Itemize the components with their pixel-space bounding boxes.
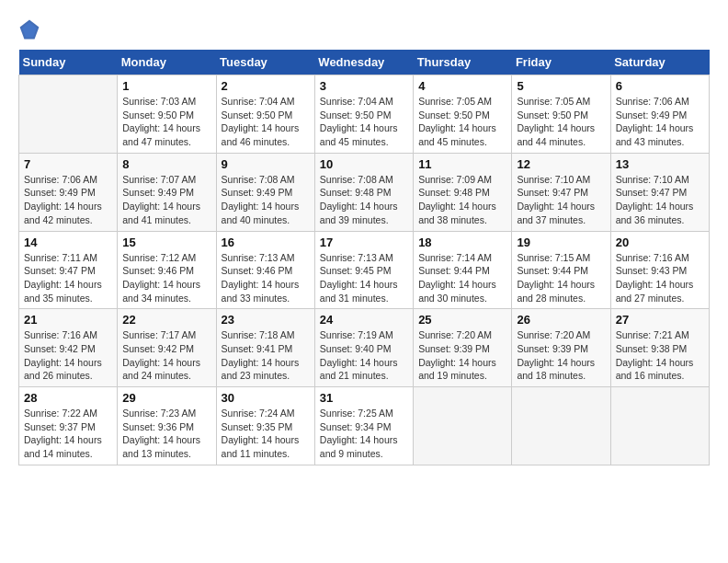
day-number: 13 [616,157,704,171]
calendar-cell: 23Sunrise: 7:18 AM Sunset: 9:41 PM Dayli… [216,309,314,387]
day-info: Sunrise: 7:19 AM Sunset: 9:40 PM Dayligh… [320,328,408,383]
calendar-cell: 19Sunrise: 7:15 AM Sunset: 9:44 PM Dayli… [512,231,610,309]
header-day-tuesday: Tuesday [216,50,314,75]
header-day-sunday: Sunday [19,50,118,75]
day-number: 12 [517,157,605,171]
calendar-cell: 13Sunrise: 7:10 AM Sunset: 9:47 PM Dayli… [610,153,709,231]
week-row-2: 7Sunrise: 7:06 AM Sunset: 9:49 PM Daylig… [19,153,710,231]
day-number: 9 [222,157,310,171]
calendar-cell: 22Sunrise: 7:17 AM Sunset: 9:42 PM Dayli… [118,309,216,387]
day-info: Sunrise: 7:09 AM Sunset: 9:48 PM Dayligh… [418,173,506,227]
day-number: 5 [517,79,605,93]
day-info: Sunrise: 7:14 AM Sunset: 9:44 PM Dayligh… [418,251,506,305]
day-info: Sunrise: 7:10 AM Sunset: 9:47 PM Dayligh… [616,173,704,227]
week-row-3: 14Sunrise: 7:11 AM Sunset: 9:47 PM Dayli… [19,231,710,309]
header-day-friday: Friday [512,50,610,75]
day-number: 16 [222,236,310,249]
header-day-monday: Monday [118,50,216,75]
calendar-body: 1Sunrise: 7:03 AM Sunset: 9:50 PM Daylig… [19,75,710,465]
day-number: 2 [222,79,310,93]
calendar-cell: 3Sunrise: 7:04 AM Sunset: 9:50 PM Daylig… [314,75,413,154]
day-info: Sunrise: 7:16 AM Sunset: 9:43 PM Dayligh… [616,251,704,305]
day-info: Sunrise: 7:20 AM Sunset: 9:39 PM Dayligh… [517,328,605,383]
day-info: Sunrise: 7:11 AM Sunset: 9:47 PM Dayligh… [24,251,112,305]
week-row-5: 28Sunrise: 7:22 AM Sunset: 9:37 PM Dayli… [19,387,710,465]
calendar-cell [610,387,709,465]
calendar-cell: 4Sunrise: 7:05 AM Sunset: 9:50 PM Daylig… [414,75,512,154]
day-number: 30 [222,391,310,405]
day-number: 4 [418,79,506,93]
calendar-cell: 11Sunrise: 7:09 AM Sunset: 9:48 PM Dayli… [414,153,512,231]
day-number: 15 [122,236,210,249]
calendar-cell: 2Sunrise: 7:04 AM Sunset: 9:50 PM Daylig… [216,75,314,154]
day-info: Sunrise: 7:06 AM Sunset: 9:49 PM Dayligh… [24,173,112,227]
logo [18,18,44,40]
calendar-cell: 29Sunrise: 7:23 AM Sunset: 9:36 PM Dayli… [118,387,216,465]
calendar-cell: 21Sunrise: 7:16 AM Sunset: 9:42 PM Dayli… [19,309,118,387]
day-info: Sunrise: 7:08 AM Sunset: 9:49 PM Dayligh… [222,173,310,227]
calendar-cell: 5Sunrise: 7:05 AM Sunset: 9:50 PM Daylig… [512,75,610,154]
calendar-cell: 26Sunrise: 7:20 AM Sunset: 9:39 PM Dayli… [512,309,610,387]
day-number: 28 [24,391,112,405]
calendar-cell [512,387,610,465]
day-info: Sunrise: 7:13 AM Sunset: 9:45 PM Dayligh… [320,251,408,305]
day-info: Sunrise: 7:20 AM Sunset: 9:39 PM Dayligh… [418,328,506,383]
day-number: 6 [616,79,704,93]
day-number: 25 [418,313,506,327]
day-info: Sunrise: 7:06 AM Sunset: 9:49 PM Dayligh… [616,95,704,149]
day-info: Sunrise: 7:17 AM Sunset: 9:42 PM Dayligh… [122,328,210,383]
day-info: Sunrise: 7:25 AM Sunset: 9:34 PM Dayligh… [320,407,408,461]
day-info: Sunrise: 7:07 AM Sunset: 9:49 PM Dayligh… [122,173,210,227]
day-info: Sunrise: 7:15 AM Sunset: 9:44 PM Dayligh… [517,251,605,305]
calendar-cell: 31Sunrise: 7:25 AM Sunset: 9:34 PM Dayli… [314,387,413,465]
calendar-cell: 24Sunrise: 7:19 AM Sunset: 9:40 PM Dayli… [314,309,413,387]
calendar-cell: 15Sunrise: 7:12 AM Sunset: 9:46 PM Dayli… [118,231,216,309]
day-number: 1 [122,79,210,93]
day-number: 27 [616,313,704,327]
day-number: 17 [320,236,408,249]
week-row-4: 21Sunrise: 7:16 AM Sunset: 9:42 PM Dayli… [19,309,710,387]
calendar-cell: 7Sunrise: 7:06 AM Sunset: 9:49 PM Daylig… [19,153,118,231]
day-number: 14 [24,236,112,249]
week-row-1: 1Sunrise: 7:03 AM Sunset: 9:50 PM Daylig… [19,75,710,154]
calendar-cell [414,387,512,465]
calendar-cell: 28Sunrise: 7:22 AM Sunset: 9:37 PM Dayli… [19,387,118,465]
day-number: 10 [320,157,408,171]
calendar-cell: 10Sunrise: 7:08 AM Sunset: 9:48 PM Dayli… [314,153,413,231]
day-info: Sunrise: 7:21 AM Sunset: 9:38 PM Dayligh… [616,328,704,383]
day-info: Sunrise: 7:05 AM Sunset: 9:50 PM Dayligh… [418,95,506,149]
calendar-cell [19,75,118,154]
day-info: Sunrise: 7:03 AM Sunset: 9:50 PM Dayligh… [122,95,210,149]
calendar-cell: 12Sunrise: 7:10 AM Sunset: 9:47 PM Dayli… [512,153,610,231]
day-info: Sunrise: 7:05 AM Sunset: 9:50 PM Dayligh… [517,95,605,149]
day-number: 18 [418,236,506,249]
calendar-cell: 17Sunrise: 7:13 AM Sunset: 9:45 PM Dayli… [314,231,413,309]
calendar-cell: 1Sunrise: 7:03 AM Sunset: 9:50 PM Daylig… [118,75,216,154]
day-number: 7 [24,157,112,171]
calendar-cell: 25Sunrise: 7:20 AM Sunset: 9:39 PM Dayli… [414,309,512,387]
day-number: 21 [24,313,112,327]
day-number: 22 [122,313,210,327]
day-number: 24 [320,313,408,327]
day-number: 11 [418,157,506,171]
calendar-cell: 18Sunrise: 7:14 AM Sunset: 9:44 PM Dayli… [414,231,512,309]
day-info: Sunrise: 7:16 AM Sunset: 9:42 PM Dayligh… [24,328,112,383]
day-number: 26 [517,313,605,327]
calendar-cell: 6Sunrise: 7:06 AM Sunset: 9:49 PM Daylig… [610,75,709,154]
calendar-cell: 27Sunrise: 7:21 AM Sunset: 9:38 PM Dayli… [610,309,709,387]
day-number: 8 [122,157,210,171]
day-info: Sunrise: 7:10 AM Sunset: 9:47 PM Dayligh… [517,173,605,227]
calendar-cell: 14Sunrise: 7:11 AM Sunset: 9:47 PM Dayli… [19,231,118,309]
header-day-wednesday: Wednesday [314,50,413,75]
day-info: Sunrise: 7:04 AM Sunset: 9:50 PM Dayligh… [320,95,408,149]
day-number: 23 [222,313,310,327]
calendar-header: SundayMondayTuesdayWednesdayThursdayFrid… [19,50,710,75]
calendar-cell: 30Sunrise: 7:24 AM Sunset: 9:35 PM Dayli… [216,387,314,465]
header-day-thursday: Thursday [414,50,512,75]
day-info: Sunrise: 7:08 AM Sunset: 9:48 PM Dayligh… [320,173,408,227]
header-row: SundayMondayTuesdayWednesdayThursdayFrid… [19,50,710,75]
day-info: Sunrise: 7:23 AM Sunset: 9:36 PM Dayligh… [122,407,210,461]
day-number: 3 [320,79,408,93]
calendar-table: SundayMondayTuesdayWednesdayThursdayFrid… [18,50,710,465]
page-header [18,18,710,40]
